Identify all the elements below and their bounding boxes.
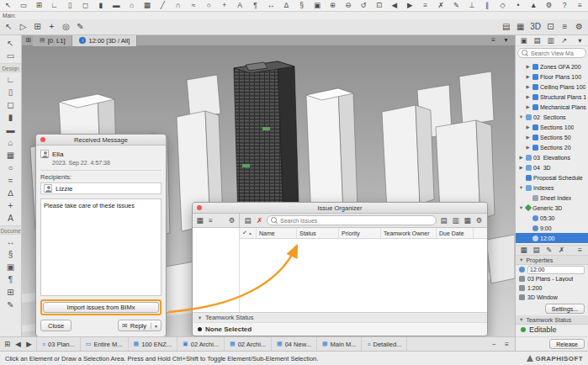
- navigator-search-input[interactable]: [531, 50, 582, 56]
- document-tab[interactable]: ▦ Main M...: [317, 337, 362, 352]
- expand-chevron-icon[interactable]: ▶: [525, 94, 531, 99]
- navigator-tree-item[interactable]: 05:30: [516, 213, 588, 223]
- perpendicular-icon[interactable]: ⊥: [467, 1, 476, 11]
- navigator-tree-item[interactable]: ▶ Sections 20: [516, 142, 588, 152]
- document-tab[interactable]: ▦ 100 ENZ...: [129, 337, 177, 352]
- expand-chevron-icon[interactable]: ▶: [525, 84, 531, 89]
- card-view-icon[interactable]: ▦: [195, 215, 204, 225]
- column-header[interactable]: Teamwork Owner: [381, 228, 437, 238]
- expand-chevron-icon[interactable]: ▶: [525, 64, 531, 69]
- document-tab[interactable]: ≡ Detailed...: [362, 337, 407, 352]
- label-tool-icon[interactable]: ¶: [251, 1, 260, 11]
- expand-chevron-icon[interactable]: ▶: [518, 165, 524, 170]
- marquee-icon[interactable]: ▭: [3, 50, 19, 62]
- organizer-settings-icon[interactable]: ⚙: [474, 215, 484, 225]
- settings-button[interactable]: Settings...: [545, 304, 585, 314]
- view-medium-icon[interactable]: ▥: [451, 215, 460, 225]
- mesh-tool-icon[interactable]: ▦: [142, 1, 151, 11]
- expand-chevron-icon[interactable]: ▼: [518, 205, 524, 210]
- spline-tool-icon[interactable]: ≈: [189, 1, 199, 11]
- navigator-tree-item[interactable]: ▶ Mechanical Plans 100: [516, 102, 588, 112]
- teamwork-status-header[interactable]: ▼ Teamwork Status: [516, 315, 588, 325]
- column-tool-icon[interactable]: ▮: [96, 1, 105, 11]
- marquee-tool-icon[interactable]: ⊞: [33, 21, 42, 34]
- tab-overview-icon[interactable]: ⊞: [3, 339, 12, 349]
- circle-tool-icon[interactable]: ○: [3, 161, 19, 174]
- circle-tool-icon[interactable]: ○: [204, 1, 214, 11]
- navigator-tree-item[interactable]: 12:00: [516, 233, 588, 243]
- beam-tool-icon[interactable]: ▬: [112, 1, 121, 11]
- column-tool-icon[interactable]: ▮: [3, 111, 19, 124]
- delete-issue-icon[interactable]: ✗: [255, 215, 264, 225]
- dimension-tool-icon[interactable]: ↔: [266, 1, 275, 11]
- settings-icon[interactable]: ⚙: [575, 21, 584, 34]
- grid-tool-icon[interactable]: ⊞: [3, 286, 19, 299]
- menu-icon[interactable]: ≡: [575, 1, 585, 11]
- select-arrow-icon[interactable]: ↖: [4, 21, 13, 34]
- navigator-tree-item[interactable]: ▶ Structural Plans 100: [516, 92, 588, 102]
- collapse-chevron-icon[interactable]: ▼: [519, 257, 523, 262]
- section-tool-icon[interactable]: §: [297, 1, 306, 11]
- viewport-tab[interactable]: i 12:00 [3D / All]: [72, 35, 137, 46]
- navigator-options-icon[interactable]: ▾: [575, 35, 585, 45]
- navigator-tree-item[interactable]: ▶ Sections 100: [516, 122, 588, 132]
- navigator-tree-item[interactable]: ▼ 02_Sections: [516, 112, 588, 122]
- document-tab[interactable]: ▦ 04 New...: [272, 337, 317, 352]
- window-tool-icon[interactable]: ◻: [81, 1, 90, 11]
- model-view-icon[interactable]: ▦: [516, 21, 525, 34]
- teamwork-status-section[interactable]: ▼ Teamwork Status: [193, 312, 487, 322]
- point-icon[interactable]: •: [513, 1, 522, 11]
- next-tab-icon[interactable]: ▶: [24, 339, 34, 349]
- issue-search-input[interactable]: [280, 218, 432, 224]
- level-dimension-icon[interactable]: ∆: [282, 1, 291, 11]
- navigator-tree-item[interactable]: ▶ Ceiling Plans 100: [516, 82, 588, 92]
- grid-snap-icon[interactable]: ⊞: [34, 1, 44, 11]
- expand-chevron-icon[interactable]: ▶: [525, 104, 531, 109]
- beam-tool-icon[interactable]: ▬: [3, 124, 19, 136]
- tab-options-icon[interactable]: ▾: [501, 35, 511, 45]
- prev-tab-icon[interactable]: ◀: [13, 339, 23, 349]
- view-map-icon[interactable]: ▤: [532, 35, 542, 45]
- clone-folder-icon[interactable]: ▤: [532, 246, 541, 256]
- arrow-tool-icon[interactable]: ▷: [19, 21, 28, 34]
- viewport-3d[interactable]: Issue Organizer ▦ ≡ ⚙ ▤ ✗: [22, 46, 515, 336]
- view-detailed-icon[interactable]: ▦: [463, 215, 472, 225]
- navigator-tree-item[interactable]: ▶ Sections 50: [516, 132, 588, 142]
- close-button[interactable]: Close: [40, 320, 72, 331]
- issue-group-pane[interactable]: [193, 228, 240, 312]
- column-check-header[interactable]: ✓ ▴: [240, 228, 257, 238]
- north-icon[interactable]: ▲: [529, 1, 538, 11]
- column-header[interactable]: Status: [297, 228, 339, 238]
- select-arrow-icon[interactable]: ↖: [3, 1, 13, 11]
- fit-icon[interactable]: ⊡: [546, 21, 555, 34]
- window-tool-icon[interactable]: ◻: [3, 98, 19, 111]
- release-button[interactable]: Release: [549, 339, 585, 349]
- layout-icon[interactable]: ▤: [501, 21, 511, 34]
- delete-icon[interactable]: ✗: [437, 1, 446, 11]
- collapse-chevron-icon[interactable]: ▼: [519, 317, 523, 322]
- diamond-icon[interactable]: ◇: [498, 1, 507, 11]
- line-tool-icon[interactable]: ╱: [158, 1, 167, 11]
- document-tab[interactable]: ▭ Entire M...: [81, 337, 129, 352]
- list-view-icon[interactable]: ≡: [206, 215, 215, 225]
- navigator-tree-item[interactable]: ▼ Indexes: [516, 182, 588, 193]
- column-header[interactable]: Name: [257, 228, 297, 238]
- forward-icon[interactable]: ▶: [405, 1, 415, 11]
- navigator-tree-item[interactable]: ▼ Generic 3D: [516, 203, 588, 213]
- document-tab[interactable]: ▣ 02 Archi...: [177, 337, 225, 352]
- issue-search-field[interactable]: [267, 215, 437, 225]
- publisher-icon[interactable]: ↗: [559, 35, 569, 45]
- spline-tool-icon[interactable]: ≈: [3, 174, 19, 187]
- navigator-tree-item[interactable]: ▶ Floor Plans 100: [516, 71, 588, 82]
- issue-organizer-titlebar[interactable]: Issue Organizer: [193, 203, 487, 214]
- delete-view-icon[interactable]: ✗: [557, 246, 566, 256]
- edit-view-icon[interactable]: ✎: [544, 246, 554, 256]
- navigator-tree-item[interactable]: Sheet Index: [516, 193, 588, 203]
- expand-chevron-icon[interactable]: ▶: [518, 155, 524, 160]
- new-issue-icon[interactable]: ▤: [243, 215, 252, 225]
- tab-minimize-icon[interactable]: −: [490, 339, 499, 349]
- back-icon[interactable]: ◀: [389, 1, 399, 11]
- panel-menu-icon[interactable]: ≡: [575, 246, 585, 256]
- expand-chevron-icon[interactable]: ▶: [525, 124, 531, 130]
- mesh-tool-icon[interactable]: ▦: [3, 149, 19, 161]
